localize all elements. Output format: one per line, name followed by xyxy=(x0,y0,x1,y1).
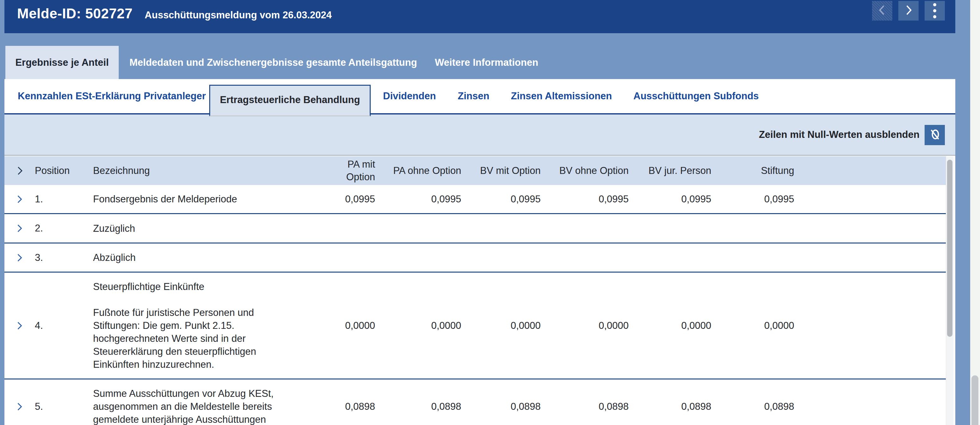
column-header-pa-mit-option: PA mit Option xyxy=(316,158,375,183)
slashed-zero-icon xyxy=(928,128,941,142)
table-row[interactable]: 4. Steuerpflichtige Einkünfte Fußnote fü… xyxy=(5,273,946,379)
subtab-ertragsteuerliche-behandlung[interactable]: Ertragsteuerliche Behandlung xyxy=(209,85,371,116)
row-position: 4. xyxy=(30,320,89,331)
column-header-stiftung: Stiftung xyxy=(711,165,794,177)
subtab-zinsen[interactable]: Zinsen xyxy=(458,79,489,113)
column-header-bezeichnung: Bezeichnung xyxy=(89,157,316,185)
row-expand-icon[interactable] xyxy=(5,253,30,262)
row-value: 0,0898 xyxy=(711,401,794,412)
row-value: 0,0000 xyxy=(541,320,628,331)
more-options-button[interactable] xyxy=(924,1,945,21)
row-position: 3. xyxy=(30,252,89,263)
row-value: 0,0898 xyxy=(628,401,711,412)
row-position: 2. xyxy=(30,223,89,234)
table-row[interactable]: 1. Fondsergebnis der Meldeperiode 0,0995… xyxy=(5,185,946,214)
table-row[interactable]: 3. Abzüglich xyxy=(5,244,946,273)
page-subtitle: Ausschüttungsmeldung vom 26.03.2024 xyxy=(145,10,332,21)
subtab-dividenden[interactable]: Dividenden xyxy=(383,79,436,113)
page: Melde-ID: 502727 Ausschüttungsmeldung vo… xyxy=(0,0,980,425)
row-value: 0,0000 xyxy=(461,320,541,331)
page-title: Melde-ID: 502727 xyxy=(17,6,133,22)
row-expand-icon[interactable] xyxy=(5,402,30,411)
table-scrollbar-track[interactable] xyxy=(946,156,953,425)
row-value: 0,0000 xyxy=(628,320,711,331)
table-row[interactable]: 2. Zuzüglich xyxy=(5,214,946,244)
chevron-right-icon xyxy=(904,5,913,17)
table-header-row: Position Bezeichnung PA mit Option PA oh… xyxy=(5,156,946,185)
row-position: 1. xyxy=(30,193,89,205)
subtab-zinsen-altemissionen[interactable]: Zinsen Altemissionen xyxy=(511,79,612,113)
tab-meldedaten-zwischenergebnisse[interactable]: Meldedaten und Zwischenergebnisse gesamt… xyxy=(129,46,412,79)
previous-record-button[interactable] xyxy=(872,1,892,21)
table-row[interactable]: 5. Summe Ausschüttungen vor Abzug KESt, … xyxy=(5,379,946,425)
row-position: 5. xyxy=(30,401,89,412)
row-value: 0,0898 xyxy=(375,401,461,412)
subtab-kennzahlen-est[interactable]: Kennzahlen ESt-Erklärung Privatanleger xyxy=(18,79,206,113)
row-bezeichnung: Fondsergebnis der Meldeperiode xyxy=(89,185,316,213)
column-header-bv-ohne-option: BV ohne Option xyxy=(541,165,628,177)
expand-all-icon[interactable] xyxy=(5,166,30,176)
tab-ergebnisse-je-anteil[interactable]: Ergebnisse je Anteil xyxy=(5,46,119,79)
row-expand-icon[interactable] xyxy=(5,224,30,233)
tab-weitere-informationen[interactable]: Weitere Informationen xyxy=(434,46,539,79)
row-bezeichnung: Steuerpflichtige Einkünfte Fußnote für j… xyxy=(89,273,316,379)
row-value: 0,0898 xyxy=(541,401,628,412)
window-scrollbar-thumb[interactable] xyxy=(972,375,978,425)
row-expand-icon[interactable] xyxy=(5,321,30,330)
row-value: 0,0995 xyxy=(316,193,375,205)
row-bezeichnung: Zuzüglich xyxy=(89,214,316,243)
kebab-menu-icon xyxy=(933,3,936,18)
results-table: Position Bezeichnung PA mit Option PA oh… xyxy=(5,156,946,425)
row-value: 0,0000 xyxy=(316,320,375,331)
row-value: 0,0898 xyxy=(316,401,375,412)
row-value: 0,0995 xyxy=(711,193,794,205)
row-expand-icon[interactable] xyxy=(5,195,30,204)
row-value: 0,0000 xyxy=(711,320,794,331)
table-toolbar: Zeilen mit Null-Werten ausblenden xyxy=(5,114,955,155)
hide-zero-rows-button[interactable] xyxy=(924,125,945,145)
row-value: 0,0000 xyxy=(375,320,461,331)
column-header-bv-jur-person: BV jur. Person xyxy=(628,165,711,177)
sub-tab-bar: Kennzahlen ESt-Erklärung Privatanleger E… xyxy=(5,79,955,114)
hide-zero-rows-label: Zeilen mit Null-Werten ausblenden xyxy=(759,114,920,155)
chevron-left-icon xyxy=(877,5,887,17)
column-header-position: Position xyxy=(30,165,89,177)
main-tab-bar: Ergebnisse je Anteil Meldedaten und Zwis… xyxy=(5,46,955,79)
content-panel: Kennzahlen ESt-Erklärung Privatanleger E… xyxy=(5,79,955,425)
row-value: 0,0995 xyxy=(628,193,711,205)
row-value: 0,0995 xyxy=(375,193,461,205)
app-header: Melde-ID: 502727 Ausschüttungsmeldung vo… xyxy=(5,0,955,33)
table-scrollbar-thumb[interactable] xyxy=(947,160,953,337)
row-value: 0,0995 xyxy=(461,193,541,205)
row-value: 0,0898 xyxy=(461,401,541,412)
row-value: 0,0995 xyxy=(541,193,628,205)
header-actions xyxy=(872,1,945,21)
subtab-ausschuettungen-subfonds[interactable]: Ausschüttungen Subfonds xyxy=(633,79,759,113)
window-scrollbar-track[interactable] xyxy=(970,0,980,425)
next-record-button[interactable] xyxy=(898,1,919,21)
column-header-pa-ohne-option: PA ohne Option xyxy=(375,165,461,177)
row-bezeichnung: Abzüglich xyxy=(89,244,316,272)
row-bezeichnung: Summe Ausschüttungen vor Abzug KESt, aus… xyxy=(89,379,316,425)
column-header-bv-mit-option: BV mit Option xyxy=(461,165,541,177)
